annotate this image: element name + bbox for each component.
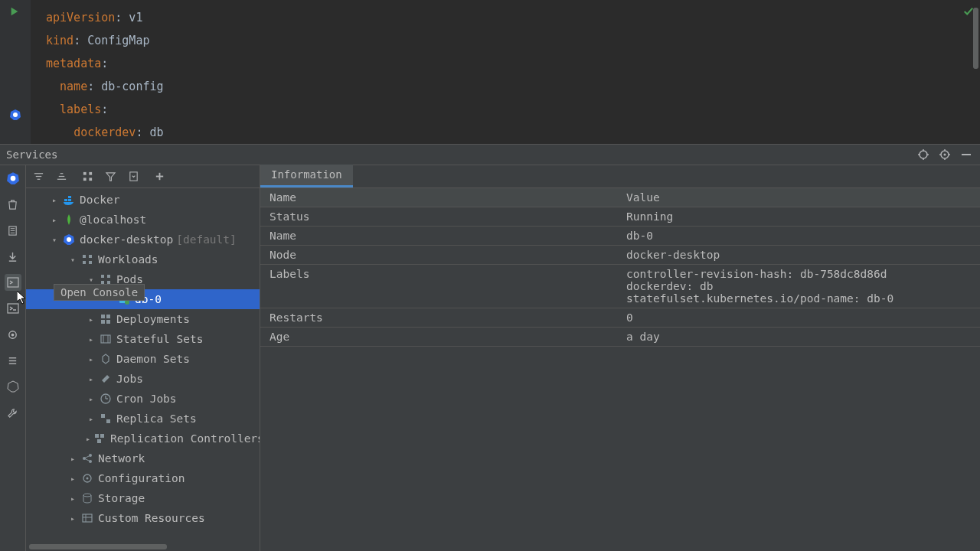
import-icon[interactable] [126,169,141,184]
svg-rect-61 [101,315,105,318]
svg-rect-51 [83,255,86,258]
svg-rect-43 [129,172,136,181]
tree-item-deployments[interactable]: ▸Deployments [26,309,260,329]
download-icon[interactable] [5,248,21,265]
expand-all-icon[interactable] [31,169,46,184]
svg-rect-56 [107,275,110,278]
tree-item-replication-controllers[interactable]: ▸Replication Controllers [26,429,260,448]
info-row-name: Namedb-0 [260,227,980,246]
svg-marker-0 [11,8,18,16]
panel-title: Services [6,148,910,161]
tree-item-stateful-sets[interactable]: ▸Stateful Sets [26,329,260,349]
services-body: ▸Docker▸@localhost▾docker-desktop[defaul… [0,165,980,551]
code-content[interactable]: apiVersion: v1kind: ConfigMapmetadata: n… [31,0,164,144]
info-row-labels: Labelscontroller-revision-hash: db-758dc… [260,265,980,308]
svg-rect-74 [100,434,104,438]
svg-rect-46 [64,199,67,201]
tree-item-docker[interactable]: ▸Docker [26,190,260,210]
services-tree[interactable]: ▸Docker▸@localhost▾docker-desktop[defaul… [26,188,260,551]
svg-point-3 [920,151,927,158]
editor-scrollbar[interactable] [973,8,978,69]
svg-marker-42 [106,173,114,181]
svg-marker-31 [8,381,18,392]
svg-line-79 [84,455,90,458]
collapse-all-icon[interactable] [54,169,69,184]
svg-rect-62 [106,315,110,318]
svg-rect-47 [68,199,71,201]
svg-rect-71 [101,414,105,418]
services-panel-header: Services [0,144,980,165]
svg-rect-75 [97,439,101,443]
tree-item-storage[interactable]: ▸Storage [26,488,260,508]
svg-rect-54 [89,261,92,264]
tree-item-custom-resources[interactable]: ▸Custom Resources [26,508,260,528]
group-icon[interactable] [80,169,95,184]
tree-item--localhost[interactable]: ▸@localhost [26,210,260,230]
svg-rect-73 [95,434,99,438]
info-row-age: Agea day [260,328,980,347]
info-table: Name Value StatusRunningNamedb-0Nodedock… [260,188,980,347]
inspection-ok-icon[interactable] [963,6,974,17]
list-icon[interactable] [5,352,21,369]
info-row-restarts: Restarts0 [260,308,980,328]
svg-rect-53 [83,261,86,264]
wrench-icon[interactable] [5,404,21,421]
document-icon[interactable] [5,222,21,239]
record-icon[interactable] [5,326,21,343]
tree-item-daemon-sets[interactable]: ▸Daemon Sets [26,349,260,369]
open-console-icon[interactable] [5,274,21,291]
editor-area: apiVersion: v1kind: ConfigMapmetadata: n… [0,0,980,144]
svg-rect-40 [83,178,86,181]
tree-horizontal-scrollbar[interactable] [29,544,167,549]
svg-rect-63 [101,320,105,324]
terminal-icon[interactable] [5,300,21,317]
svg-rect-41 [89,178,92,181]
kubectl-icon[interactable] [5,378,21,395]
svg-point-9 [944,154,946,156]
k8s-toolbar-icon[interactable] [5,170,21,187]
svg-rect-55 [101,275,104,278]
services-side-toolbar [0,165,26,551]
trash-icon[interactable] [5,196,21,213]
tree-toolbar [26,165,260,188]
svg-rect-38 [83,172,86,175]
info-table-header: Name Value [260,188,980,207]
svg-point-82 [87,478,89,480]
info-header-value: Value [617,191,980,204]
info-row-node: Nodedocker-desktop [260,246,980,265]
svg-point-83 [83,494,91,497]
svg-rect-48 [68,196,71,198]
k8s-gutter-icon[interactable] [9,109,21,121]
tree-item-jobs[interactable]: ▸Jobs [26,369,260,389]
info-panel: Information Name Value StatusRunningName… [260,165,980,551]
services-tree-panel: ▸Docker▸@localhost▾docker-desktop[defaul… [26,165,260,551]
tree-item-workloads[interactable]: ▾Workloads [26,249,260,269]
svg-point-27 [11,333,15,336]
minimize-icon[interactable] [959,147,974,162]
editor-gutter [0,0,31,144]
target-icon[interactable] [916,147,931,162]
svg-line-80 [84,458,90,461]
svg-point-50 [67,237,71,242]
add-icon[interactable] [152,169,167,184]
tree-item-replica-sets[interactable]: ▸Replica Sets [26,409,260,429]
run-gutter-icon[interactable] [9,6,21,18]
tree-item-docker-desktop[interactable]: ▾docker-desktop[default] [26,230,260,249]
svg-rect-84 [83,514,92,522]
tooltip-open-console: Open Console [54,284,145,301]
tree-item-network[interactable]: ▸Network [26,448,260,468]
filter-icon[interactable] [103,169,118,184]
svg-rect-64 [106,320,110,324]
info-row-status: StatusRunning [260,207,980,227]
tree-item-configuration[interactable]: ▸Configuration [26,468,260,488]
svg-point-16 [10,176,15,181]
tree-item-cron-jobs[interactable]: ▸Cron Jobs [26,389,260,409]
svg-rect-39 [89,172,92,175]
svg-rect-72 [106,419,110,423]
info-tabs: Information [260,165,980,188]
tab-information[interactable]: Information [260,165,353,187]
svg-point-2 [13,112,18,117]
info-header-name: Name [260,191,617,204]
gear-icon[interactable] [937,147,952,162]
svg-rect-52 [89,255,92,258]
